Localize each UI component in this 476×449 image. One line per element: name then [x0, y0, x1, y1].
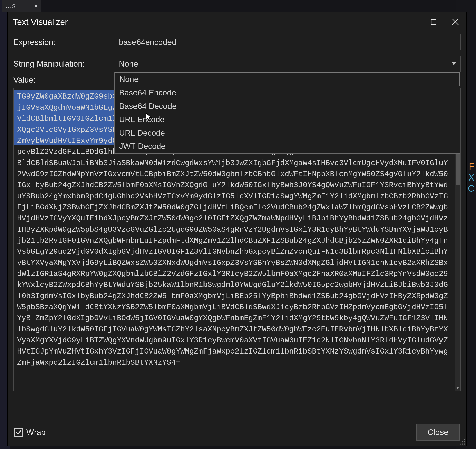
- editor-tab[interactable]: …s ×: [2, 0, 41, 12]
- maximize-button[interactable]: [423, 12, 445, 31]
- svg-point-8: [464, 444, 465, 445]
- dialog-title: Text Visualizer: [13, 17, 423, 27]
- editor-tab-label: …s: [5, 2, 16, 10]
- svg-rect-0: [431, 19, 436, 24]
- svg-point-7: [462, 444, 463, 445]
- expression-label: Expression:: [13, 38, 109, 47]
- gutter-token-3: C: [468, 183, 474, 194]
- dropdown-item-url-encode[interactable]: URL Encode: [115, 113, 460, 126]
- close-button[interactable]: Close: [416, 424, 460, 441]
- expression-input[interactable]: base64encoded: [114, 34, 461, 50]
- dialog-titlebar[interactable]: Text Visualizer: [8, 12, 466, 31]
- svg-point-5: [464, 441, 465, 442]
- combo-selected-value: None: [119, 59, 138, 69]
- dropdown-item-jwt-decode[interactable]: JWT Decode: [115, 140, 460, 153]
- svg-point-3: [464, 439, 465, 440]
- text-visualizer-dialog: Text Visualizer Expression: base64encode…: [8, 12, 466, 446]
- dropdown-item-base64-decode[interactable]: Base64 Decode: [115, 100, 460, 113]
- close-window-button[interactable]: [445, 12, 466, 31]
- wrap-checkbox[interactable]: [14, 428, 23, 437]
- gutter-token-2: X: [468, 172, 474, 183]
- scroll-down-icon[interactable]: ▼: [455, 385, 460, 391]
- string-manipulation-dropdown: None Base64 Encode Base64 Decode URL Enc…: [114, 72, 460, 154]
- svg-point-6: [460, 444, 461, 445]
- dropdown-item-base64-encode[interactable]: Base64 Encode: [115, 86, 460, 100]
- chevron-down-icon: [452, 62, 456, 65]
- tab-close-icon[interactable]: ×: [34, 2, 38, 10]
- dropdown-item-none[interactable]: None: [115, 72, 460, 86]
- dropdown-item-url-decode[interactable]: URL Decode: [115, 126, 460, 140]
- wrap-checkbox-label[interactable]: Wrap: [14, 428, 46, 437]
- string-manipulation-label: String Manipulation:: [13, 59, 109, 69]
- string-manipulation-combo[interactable]: None None Base64 Encode Base64 Decode UR…: [114, 56, 461, 72]
- mouse-cursor-icon: [146, 113, 152, 121]
- wrap-label-text: Wrap: [26, 428, 46, 437]
- svg-point-4: [462, 441, 463, 442]
- gutter-token-1: F: [469, 161, 474, 172]
- resize-grip-icon[interactable]: [459, 439, 466, 445]
- expression-value: base64encoded: [119, 38, 176, 47]
